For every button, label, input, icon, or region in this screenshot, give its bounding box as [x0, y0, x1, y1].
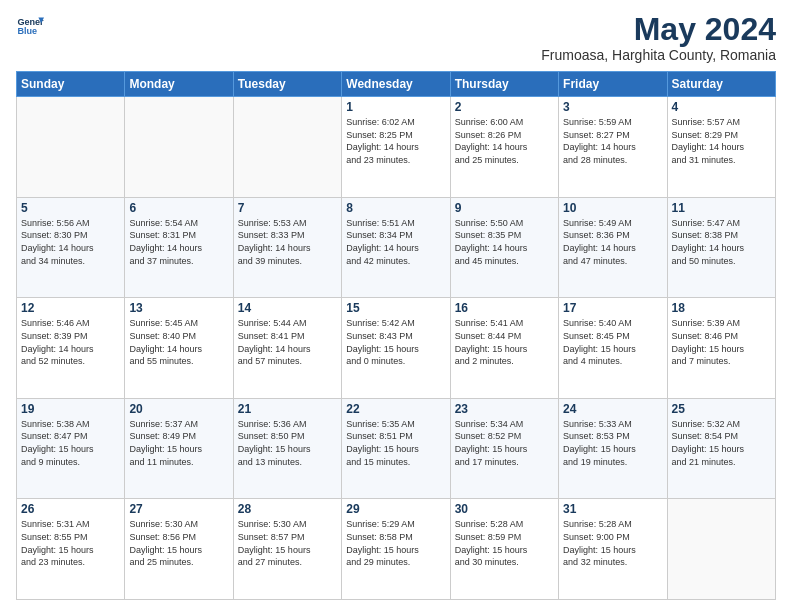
week-row-2: 5Sunrise: 5:56 AM Sunset: 8:30 PM Daylig… [17, 197, 776, 298]
day-number: 5 [21, 201, 120, 215]
header-monday: Monday [125, 72, 233, 97]
day-number: 10 [563, 201, 662, 215]
day-number: 26 [21, 502, 120, 516]
calendar-cell-w1-d4: 1Sunrise: 6:02 AM Sunset: 8:25 PM Daylig… [342, 97, 450, 198]
calendar-cell-w2-d4: 8Sunrise: 5:51 AM Sunset: 8:34 PM Daylig… [342, 197, 450, 298]
day-info: Sunrise: 5:38 AM Sunset: 8:47 PM Dayligh… [21, 418, 120, 468]
day-number: 31 [563, 502, 662, 516]
calendar-cell-w3-d4: 15Sunrise: 5:42 AM Sunset: 8:43 PM Dayli… [342, 298, 450, 399]
subtitle: Frumoasa, Harghita County, Romania [541, 47, 776, 63]
calendar-cell-w1-d3 [233, 97, 341, 198]
calendar-cell-w3-d6: 17Sunrise: 5:40 AM Sunset: 8:45 PM Dayli… [559, 298, 667, 399]
day-number: 9 [455, 201, 554, 215]
day-number: 27 [129, 502, 228, 516]
day-number: 1 [346, 100, 445, 114]
calendar-cell-w4-d4: 22Sunrise: 5:35 AM Sunset: 8:51 PM Dayli… [342, 398, 450, 499]
header: General Blue General Blue May 2024 Frumo… [16, 12, 776, 63]
calendar-cell-w2-d2: 6Sunrise: 5:54 AM Sunset: 8:31 PM Daylig… [125, 197, 233, 298]
day-info: Sunrise: 5:59 AM Sunset: 8:27 PM Dayligh… [563, 116, 662, 166]
calendar-cell-w3-d3: 14Sunrise: 5:44 AM Sunset: 8:41 PM Dayli… [233, 298, 341, 399]
day-info: Sunrise: 5:51 AM Sunset: 8:34 PM Dayligh… [346, 217, 445, 267]
day-info: Sunrise: 5:47 AM Sunset: 8:38 PM Dayligh… [672, 217, 771, 267]
calendar-cell-w5-d5: 30Sunrise: 5:28 AM Sunset: 8:59 PM Dayli… [450, 499, 558, 600]
calendar-cell-w5-d7 [667, 499, 775, 600]
day-info: Sunrise: 5:35 AM Sunset: 8:51 PM Dayligh… [346, 418, 445, 468]
calendar-cell-w2-d6: 10Sunrise: 5:49 AM Sunset: 8:36 PM Dayli… [559, 197, 667, 298]
header-tuesday: Tuesday [233, 72, 341, 97]
header-wednesday: Wednesday [342, 72, 450, 97]
day-number: 21 [238, 402, 337, 416]
day-info: Sunrise: 5:56 AM Sunset: 8:30 PM Dayligh… [21, 217, 120, 267]
day-info: Sunrise: 5:28 AM Sunset: 9:00 PM Dayligh… [563, 518, 662, 568]
calendar-cell-w5-d6: 31Sunrise: 5:28 AM Sunset: 9:00 PM Dayli… [559, 499, 667, 600]
calendar-table: Sunday Monday Tuesday Wednesday Thursday… [16, 71, 776, 600]
day-info: Sunrise: 5:37 AM Sunset: 8:49 PM Dayligh… [129, 418, 228, 468]
day-number: 20 [129, 402, 228, 416]
day-info: Sunrise: 5:42 AM Sunset: 8:43 PM Dayligh… [346, 317, 445, 367]
day-number: 6 [129, 201, 228, 215]
calendar-cell-w4-d6: 24Sunrise: 5:33 AM Sunset: 8:53 PM Dayli… [559, 398, 667, 499]
day-number: 7 [238, 201, 337, 215]
day-info: Sunrise: 5:40 AM Sunset: 8:45 PM Dayligh… [563, 317, 662, 367]
week-row-4: 19Sunrise: 5:38 AM Sunset: 8:47 PM Dayli… [17, 398, 776, 499]
day-number: 17 [563, 301, 662, 315]
day-info: Sunrise: 5:57 AM Sunset: 8:29 PM Dayligh… [672, 116, 771, 166]
day-number: 8 [346, 201, 445, 215]
day-number: 4 [672, 100, 771, 114]
calendar-cell-w2-d5: 9Sunrise: 5:50 AM Sunset: 8:35 PM Daylig… [450, 197, 558, 298]
day-number: 29 [346, 502, 445, 516]
header-sunday: Sunday [17, 72, 125, 97]
day-info: Sunrise: 5:29 AM Sunset: 8:58 PM Dayligh… [346, 518, 445, 568]
calendar-cell-w2-d3: 7Sunrise: 5:53 AM Sunset: 8:33 PM Daylig… [233, 197, 341, 298]
day-number: 24 [563, 402, 662, 416]
day-number: 14 [238, 301, 337, 315]
day-info: Sunrise: 5:46 AM Sunset: 8:39 PM Dayligh… [21, 317, 120, 367]
header-thursday: Thursday [450, 72, 558, 97]
calendar-cell-w4-d2: 20Sunrise: 5:37 AM Sunset: 8:49 PM Dayli… [125, 398, 233, 499]
title-block: May 2024 Frumoasa, Harghita County, Roma… [541, 12, 776, 63]
calendar-cell-w3-d1: 12Sunrise: 5:46 AM Sunset: 8:39 PM Dayli… [17, 298, 125, 399]
day-number: 3 [563, 100, 662, 114]
calendar-cell-w1-d2 [125, 97, 233, 198]
header-friday: Friday [559, 72, 667, 97]
calendar-cell-w4-d3: 21Sunrise: 5:36 AM Sunset: 8:50 PM Dayli… [233, 398, 341, 499]
day-info: Sunrise: 5:41 AM Sunset: 8:44 PM Dayligh… [455, 317, 554, 367]
day-info: Sunrise: 5:45 AM Sunset: 8:40 PM Dayligh… [129, 317, 228, 367]
main-title: May 2024 [541, 12, 776, 47]
day-info: Sunrise: 5:44 AM Sunset: 8:41 PM Dayligh… [238, 317, 337, 367]
day-number: 15 [346, 301, 445, 315]
week-row-1: 1Sunrise: 6:02 AM Sunset: 8:25 PM Daylig… [17, 97, 776, 198]
day-info: Sunrise: 6:02 AM Sunset: 8:25 PM Dayligh… [346, 116, 445, 166]
day-number: 13 [129, 301, 228, 315]
calendar-cell-w1-d7: 4Sunrise: 5:57 AM Sunset: 8:29 PM Daylig… [667, 97, 775, 198]
calendar-header-row: Sunday Monday Tuesday Wednesday Thursday… [17, 72, 776, 97]
day-number: 28 [238, 502, 337, 516]
day-info: Sunrise: 5:54 AM Sunset: 8:31 PM Dayligh… [129, 217, 228, 267]
calendar-cell-w3-d7: 18Sunrise: 5:39 AM Sunset: 8:46 PM Dayli… [667, 298, 775, 399]
svg-text:Blue: Blue [17, 26, 37, 36]
day-info: Sunrise: 5:30 AM Sunset: 8:57 PM Dayligh… [238, 518, 337, 568]
day-info: Sunrise: 5:50 AM Sunset: 8:35 PM Dayligh… [455, 217, 554, 267]
calendar-cell-w5-d4: 29Sunrise: 5:29 AM Sunset: 8:58 PM Dayli… [342, 499, 450, 600]
day-number: 12 [21, 301, 120, 315]
day-info: Sunrise: 6:00 AM Sunset: 8:26 PM Dayligh… [455, 116, 554, 166]
logo: General Blue General Blue [16, 12, 44, 40]
day-number: 25 [672, 402, 771, 416]
calendar-cell-w2-d7: 11Sunrise: 5:47 AM Sunset: 8:38 PM Dayli… [667, 197, 775, 298]
day-number: 16 [455, 301, 554, 315]
calendar-cell-w4-d7: 25Sunrise: 5:32 AM Sunset: 8:54 PM Dayli… [667, 398, 775, 499]
day-info: Sunrise: 5:36 AM Sunset: 8:50 PM Dayligh… [238, 418, 337, 468]
day-info: Sunrise: 5:49 AM Sunset: 8:36 PM Dayligh… [563, 217, 662, 267]
day-number: 23 [455, 402, 554, 416]
calendar-cell-w3-d5: 16Sunrise: 5:41 AM Sunset: 8:44 PM Dayli… [450, 298, 558, 399]
day-number: 30 [455, 502, 554, 516]
page: General Blue General Blue May 2024 Frumo… [0, 0, 792, 612]
calendar-cell-w4-d5: 23Sunrise: 5:34 AM Sunset: 8:52 PM Dayli… [450, 398, 558, 499]
calendar-cell-w5-d2: 27Sunrise: 5:30 AM Sunset: 8:56 PM Dayli… [125, 499, 233, 600]
day-number: 19 [21, 402, 120, 416]
day-info: Sunrise: 5:28 AM Sunset: 8:59 PM Dayligh… [455, 518, 554, 568]
calendar-cell-w5-d3: 28Sunrise: 5:30 AM Sunset: 8:57 PM Dayli… [233, 499, 341, 600]
calendar-cell-w1-d5: 2Sunrise: 6:00 AM Sunset: 8:26 PM Daylig… [450, 97, 558, 198]
day-info: Sunrise: 5:32 AM Sunset: 8:54 PM Dayligh… [672, 418, 771, 468]
calendar-cell-w5-d1: 26Sunrise: 5:31 AM Sunset: 8:55 PM Dayli… [17, 499, 125, 600]
